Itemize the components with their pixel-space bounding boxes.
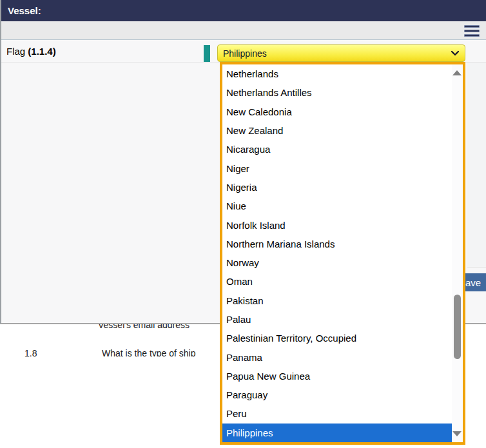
dropdown-option[interactable]: Oman [222, 272, 463, 291]
dropdown-option[interactable]: New Caledonia [222, 102, 463, 121]
dropdown-option[interactable]: Niger [222, 159, 463, 177]
dropdown-option[interactable]: Palestinian Territory, Occupied [222, 329, 463, 347]
flag-label: Flag (1.1.4) [6, 46, 56, 57]
field-status-bar [204, 45, 210, 62]
dropdown-option[interactable]: Paraguay [222, 385, 463, 404]
dropdown-option[interactable]: Netherlands [222, 64, 463, 83]
form-grid-edge [467, 63, 486, 268]
dropdown-scrollbar[interactable] [452, 64, 463, 442]
scrollbar-thumb[interactable] [454, 295, 461, 359]
question-number: 1.8 [24, 348, 37, 356]
question-row: 1.8 What is the type of ship [0, 348, 222, 356]
dropdown-option[interactable]: New Zealand [222, 121, 463, 140]
dropdown-option[interactable]: Netherlands Antilles [222, 83, 463, 102]
flag-select-value: Philippines [223, 48, 451, 59]
dropdown-option[interactable]: Nigeria [222, 178, 463, 197]
dropdown-option[interactable]: Papua New Guinea [222, 367, 463, 385]
flag-question-code: (1.1.4) [28, 46, 55, 57]
dropdown-option[interactable]: Nicaragua [222, 140, 463, 159]
flag-dropdown: NetherlandsNetherlands AntillesNew Caled… [220, 62, 465, 445]
modal-header: Vessel: [1, 0, 486, 21]
scroll-up-arrow-icon[interactable] [452, 70, 462, 75]
dropdown-option[interactable]: Norfolk Island [222, 215, 463, 234]
page: Vessel's email address 1.8 What is the t… [0, 0, 486, 448]
question-text: What is the type of ship [102, 348, 196, 356]
dropdown-option[interactable]: Peru [222, 404, 463, 423]
dropdown-option[interactable]: Northern Mariana Islands [222, 235, 463, 253]
scroll-down-arrow-icon[interactable] [452, 431, 462, 436]
hamburger-icon[interactable] [464, 25, 481, 37]
dropdown-option[interactable]: Palau [222, 310, 463, 329]
dropdown-option[interactable]: Philippines [222, 424, 463, 442]
dropdown-option[interactable]: Panama [222, 347, 463, 366]
dropdown-option[interactable]: Niue [222, 197, 463, 215]
dropdown-option[interactable]: Norway [222, 253, 463, 272]
modal-title: Vessel: [8, 5, 41, 16]
dropdown-option[interactable]: Pakistan [222, 291, 463, 310]
flag-select[interactable]: Philippines [217, 44, 465, 62]
modal-toolbar [1, 21, 486, 40]
dropdown-list: NetherlandsNetherlands AntillesNew Caled… [222, 64, 463, 442]
chevron-down-icon [451, 50, 460, 56]
